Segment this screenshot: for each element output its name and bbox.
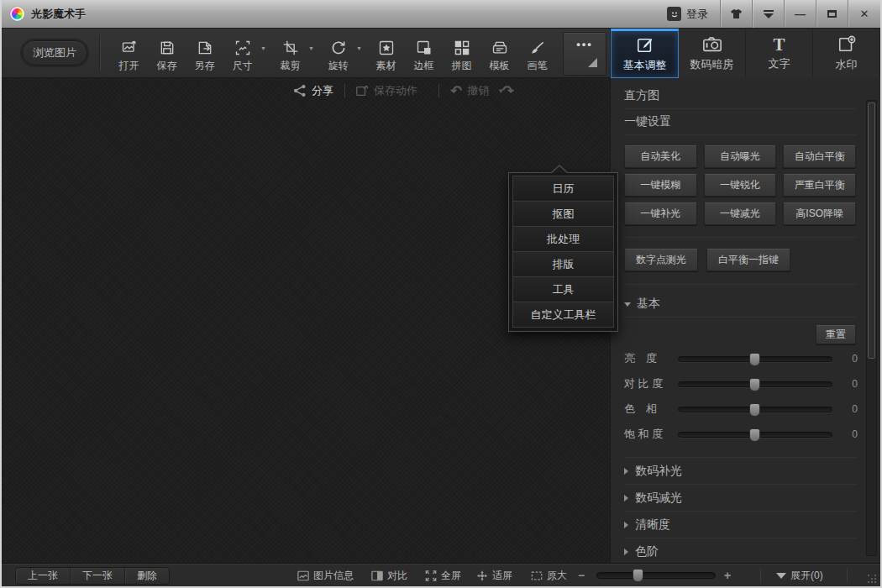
action-separator <box>344 84 345 97</box>
login-label: 登录 <box>686 7 708 22</box>
zoom-slider-thumb[interactable] <box>633 569 643 582</box>
reset-button[interactable]: 重置 <box>816 325 856 344</box>
prev-image-button[interactable]: 上一张 <box>16 568 71 584</box>
zoom-out-button[interactable]: − <box>578 564 585 587</box>
material-button[interactable]: 素材 <box>367 34 405 73</box>
menu-item-tools[interactable]: 工具 <box>512 276 614 302</box>
crop-dropdown-icon[interactable]: ▼ <box>308 45 314 51</box>
section-clarity[interactable]: 清晰度 <box>624 511 858 538</box>
panel-scrollbar[interactable] <box>866 100 877 556</box>
resize-dropdown-icon[interactable]: ▼ <box>260 45 266 51</box>
more-dots-icon: ••• <box>564 38 606 50</box>
collage-button[interactable]: 拼图 <box>443 34 480 73</box>
slider-thumb[interactable] <box>749 403 760 417</box>
severe-white-balance-button[interactable]: 严重白平衡 <box>783 174 856 197</box>
expand-panel-button[interactable]: 展开(0) <box>776 564 823 587</box>
app-title: 光影魔术手 <box>31 7 86 22</box>
browse-images-button[interactable]: 浏览图片 <box>22 40 87 66</box>
auto-beautify-button[interactable]: 自动美化 <box>624 145 697 168</box>
brush-button[interactable]: 画笔 <box>518 34 556 73</box>
section-digital-dim-light[interactable]: 数码减光 <box>624 484 858 511</box>
divider <box>624 134 858 135</box>
tab-basic-adjust[interactable]: 基本调整 <box>611 29 679 78</box>
login-button[interactable]: 登录 <box>655 0 720 28</box>
spot-metering-button[interactable]: 数字点测光 <box>624 249 698 271</box>
maximize-button[interactable] <box>816 0 848 28</box>
slider-thumb[interactable] <box>749 353 760 366</box>
delete-image-button[interactable]: 删除 <box>125 568 169 584</box>
menu-item-batch[interactable]: 批处理 <box>512 226 614 252</box>
minimize-button[interactable]: — <box>785 0 816 28</box>
onekey-fill-light-button[interactable]: 一键补光 <box>624 202 697 225</box>
login-avatar-icon <box>667 7 681 21</box>
app-logo-icon <box>10 7 24 21</box>
fullscreen-button[interactable]: 全屏 <box>425 564 461 587</box>
onekey-button-grid: 自动美化 自动曝光 自动白平衡 一键模糊 一键锐化 严重白平衡 一键补光 一键减… <box>624 145 856 225</box>
high-iso-denoise-button[interactable]: 高ISO降噪 <box>783 202 856 225</box>
slider-thumb[interactable] <box>749 428 760 442</box>
frame-button[interactable]: 边框 <box>405 34 443 73</box>
basic-section-header[interactable]: 基本 <box>624 291 858 317</box>
menu-item-calendar[interactable]: 日历 <box>512 176 614 202</box>
next-image-button[interactable]: 下一张 <box>71 568 125 584</box>
template-icon <box>491 39 508 56</box>
image-info-button[interactable]: 图片信息 <box>297 564 354 587</box>
image-canvas: 分享 保存动作 ↶ 撤销 ▼ ↷ 日历 <box>2 78 610 563</box>
open-icon <box>121 39 138 56</box>
tab-text[interactable]: T 文字 <box>746 29 813 78</box>
image-info-icon <box>297 570 309 581</box>
open-button[interactable]: 打开 <box>110 34 148 73</box>
frame-icon <box>416 39 433 56</box>
onekey-header[interactable]: 一键设置 <box>624 109 858 134</box>
share-button[interactable]: 分享 <box>293 78 333 103</box>
save-button[interactable]: 保存 <box>148 34 186 73</box>
window-controls: — ✕ <box>720 0 880 28</box>
actual-size-button[interactable]: 原大 <box>531 564 567 587</box>
fit-screen-button[interactable]: 适屏 <box>476 564 512 587</box>
save-action-button[interactable]: 保存动作 <box>355 78 417 103</box>
rotate-button[interactable]: 旋转 ▼ <box>319 34 357 73</box>
auto-exposure-button[interactable]: 自动曝光 <box>704 145 777 168</box>
status-bar: 上一张 下一张 删除 图片信息 对比 全屏 适屏 原大 − + <box>2 563 880 586</box>
rotate-dropdown-icon[interactable]: ▼ <box>356 45 362 51</box>
histogram-header[interactable]: 直方图 <box>624 83 858 108</box>
onekey-blur-button[interactable]: 一键模糊 <box>624 174 697 197</box>
white-balance-picker-button[interactable]: 白平衡一指键 <box>706 249 790 271</box>
scrollbar-thumb[interactable] <box>868 102 875 359</box>
contrast-slider[interactable] <box>678 381 832 387</box>
section-levels[interactable]: 色阶 <box>624 538 858 563</box>
hue-slider[interactable] <box>678 407 832 412</box>
save-as-button[interactable]: 另存 <box>186 34 223 73</box>
save-icon <box>159 39 176 56</box>
tab-watermark[interactable]: 水印 <box>813 29 880 78</box>
close-button[interactable]: ✕ <box>848 0 880 28</box>
rollup-button[interactable] <box>753 0 785 28</box>
menu-item-layout[interactable]: 排版 <box>512 251 614 277</box>
section-digital-fill-light[interactable]: 数码补光 <box>624 457 858 484</box>
onekey-dim-light-button[interactable]: 一键减光 <box>704 202 777 225</box>
fullscreen-icon <box>425 570 437 581</box>
more-tools-button[interactable]: ••• <box>563 32 606 76</box>
zoom-slider[interactable] <box>596 572 716 579</box>
menu-item-customize-toolbar[interactable]: 自定义工具栏 <box>512 302 614 328</box>
menu-item-cutout[interactable]: 抠图 <box>512 201 614 227</box>
divider <box>624 317 858 318</box>
toolbar-separator <box>99 35 100 71</box>
auto-white-balance-button[interactable]: 自动白平衡 <box>783 145 856 168</box>
slider-thumb[interactable] <box>749 378 760 391</box>
tab-darkroom[interactable]: 数码暗房 <box>679 29 746 78</box>
divider <box>624 108 858 109</box>
onekey-sharpen-button[interactable]: 一键锐化 <box>704 174 777 197</box>
compare-button[interactable]: 对比 <box>371 564 407 587</box>
saturation-slider[interactable] <box>678 432 832 438</box>
zoom-in-button[interactable]: + <box>724 564 731 587</box>
redo-button[interactable]: ↷ <box>502 78 514 103</box>
resize-button[interactable]: 尺寸 ▼ <box>223 34 261 73</box>
skin-button[interactable] <box>721 0 753 28</box>
template-button[interactable]: 模板 <box>480 34 518 73</box>
crop-button[interactable]: 裁剪 ▼ <box>271 34 309 73</box>
resize-grip[interactable] <box>868 575 876 583</box>
undo-button[interactable]: ↶ 撤销 ▼ <box>450 78 504 103</box>
brightness-slider[interactable] <box>678 356 832 362</box>
edit-square-icon <box>636 36 654 55</box>
